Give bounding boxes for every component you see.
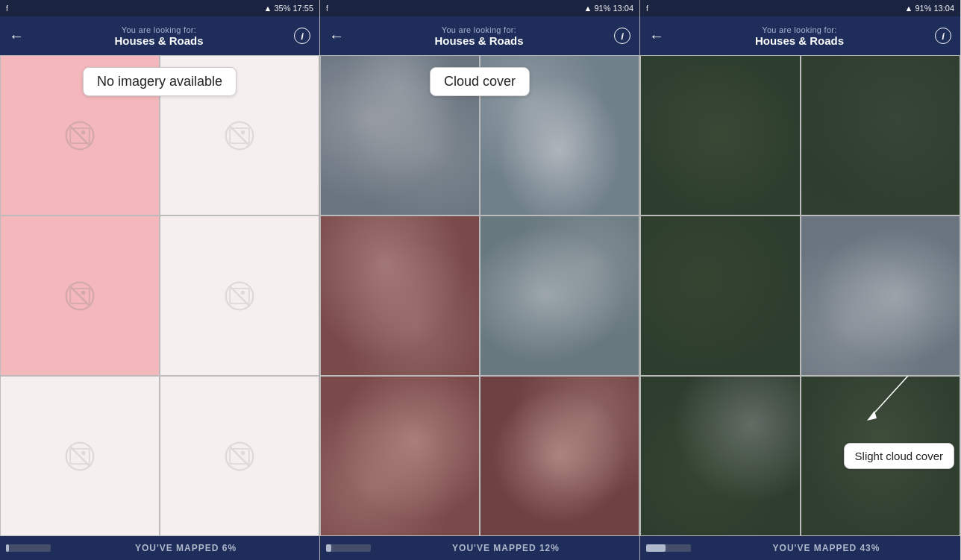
progress-bg-3 [646,544,691,552]
mapped-label-1: YOU'VE MAPPED 6% [135,543,237,553]
progress-fill-1 [6,544,9,552]
looking-for-label-1: You are looking for: [122,25,196,34]
arrow-line [848,365,938,439]
svg-line-6 [230,126,249,145]
fb-icon-3: f [646,4,648,13]
map-grid-3: Slight cloud cover [640,55,960,536]
header-center-3: You are looking for: Houses & Roads [664,25,935,47]
svg-line-22 [230,447,249,466]
status-left-1: f [6,4,8,13]
fb-icon: f [6,4,8,13]
mapped-label-2: YOU'VE MAPPED 12% [452,543,560,553]
time-1: 17:55 [292,4,313,13]
status-right-3: ▲ 91% 13:04 [905,4,954,13]
no-image-icon-1-2 [223,119,256,152]
progress-bg-2 [326,544,371,552]
search-title-2: Houses & Roads [434,34,523,47]
slight-cloud-label: Slight cloud cover [844,443,954,469]
status-left-2: f [326,4,328,13]
cloud-cover-label: Cloud cover [430,67,530,96]
svg-line-14 [230,286,249,306]
tile-3-3 [640,215,801,376]
phone-2: f ▲ 91% 13:04 ← You are looking for: Hou… [320,0,640,560]
status-left-3: f [646,4,648,13]
search-title-3: Houses & Roads [755,34,844,47]
time-3: 13:04 [933,4,954,13]
status-right-2: ▲ 91% 13:04 [584,4,633,13]
back-button-2[interactable]: ← [329,28,344,45]
header-1: ← You are looking for: Houses & Roads i [0,16,319,55]
phone-1: f ▲ 35% 17:55 ← You are looking for: Hou… [0,0,320,560]
progress-fill-2 [326,544,331,552]
tile-3-2 [801,55,961,215]
header-3: ← You are looking for: Houses & Roads i [640,16,960,55]
info-button-3[interactable]: i [935,28,951,44]
svg-point-7 [241,130,245,134]
bottom-bar-2: YOU'VE MAPPED 12% [320,536,639,560]
battery-text-2: 91% [594,4,610,13]
svg-line-2 [70,126,90,145]
status-bar-3: f ▲ 91% 13:04 [640,0,960,16]
back-button-3[interactable]: ← [649,28,664,45]
map-grid-1: No imagery available [0,55,319,536]
battery-text-1: 35% [274,4,290,13]
no-image-icon-1-6 [223,440,256,473]
info-button-2[interactable]: i [614,28,630,44]
tile-1-4 [160,215,319,376]
no-image-icon-1-5 [63,440,96,473]
search-title-1: Houses & Roads [114,34,203,47]
fb-icon-2: f [326,4,328,13]
tile-3-1 [640,55,801,215]
looking-for-label-3: You are looking for: [762,25,836,34]
bottom-bar-1: YOU'VE MAPPED 6% [0,536,319,560]
phone-3: f ▲ 91% 13:04 ← You are looking for: Hou… [640,0,960,560]
tile-1-3 [0,215,160,376]
battery-text-3: 91% [915,4,931,13]
no-imagery-label: No imagery available [83,67,237,96]
looking-for-label-2: You are looking for: [442,25,516,34]
signal-icon: ▲ [264,4,272,13]
svg-point-3 [81,130,86,134]
bottom-bar-3: YOU'VE MAPPED 43% [640,536,960,560]
svg-point-11 [81,290,86,295]
tile-2-3 [320,215,480,376]
svg-point-19 [81,450,86,455]
info-button-1[interactable]: i [294,28,310,44]
svg-line-18 [70,447,90,466]
progress-fill-3 [646,544,666,552]
header-center-1: You are looking for: Houses & Roads [24,25,294,47]
tile-3-4 [801,215,961,376]
svg-point-23 [241,450,245,455]
back-button-1[interactable]: ← [9,28,24,45]
tile-2-6 [480,376,639,536]
tile-2-5 [320,376,480,536]
signal-icon-2: ▲ [584,4,592,13]
tile-2-4 [480,215,639,376]
status-right-1: ▲ 35% 17:55 [264,4,313,13]
svg-line-10 [70,286,90,306]
mapped-label-3: YOU'VE MAPPED 43% [773,543,880,553]
signal-icon-3: ▲ [905,4,913,13]
header-center-2: You are looking for: Houses & Roads [344,25,614,47]
progress-bg-1 [6,544,51,552]
svg-point-15 [241,290,245,295]
tile-3-5 [640,376,801,536]
header-2: ← You are looking for: Houses & Roads i [320,16,639,55]
status-bar-2: f ▲ 91% 13:04 [320,0,639,16]
status-bar-1: f ▲ 35% 17:55 [0,0,319,16]
svg-line-24 [871,376,908,417]
map-grid-2: Cloud cover [320,55,639,536]
tile-1-6 [160,376,319,536]
no-image-icon-1-4 [223,280,256,312]
tile-1-5 [0,376,160,536]
time-2: 13:04 [613,4,633,13]
no-image-icon-1-1 [63,119,96,152]
no-image-icon-1-3 [63,280,96,312]
